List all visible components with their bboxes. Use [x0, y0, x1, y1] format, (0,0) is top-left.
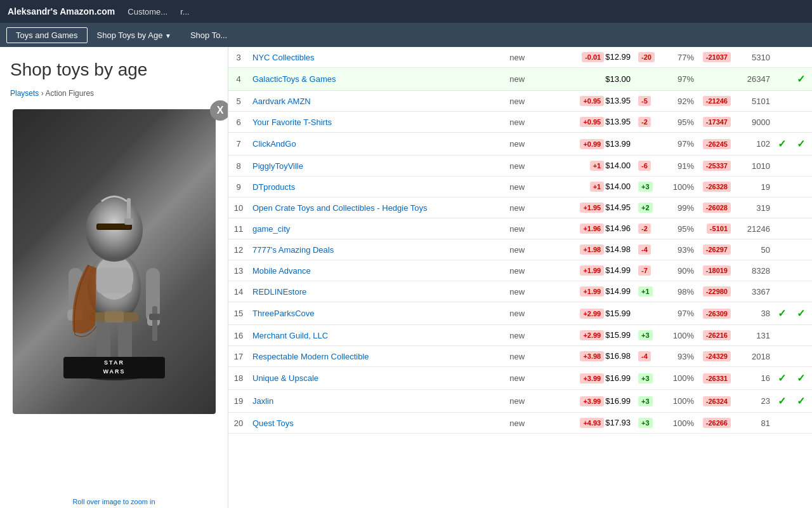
table-row: 18Unique & Upscalenew+3.99$16.99+3100%-2…: [228, 367, 812, 390]
seller-link[interactable]: Unique & Upscale: [252, 373, 318, 383]
seller-link[interactable]: game_city: [252, 224, 290, 234]
rating-badge: -4: [638, 244, 651, 255]
check2-icon: ✓: [797, 373, 805, 384]
rank-cell: 6: [228, 112, 249, 133]
check2-cell: ✓: [793, 68, 812, 91]
seller-link[interactable]: NYC Collectibles: [252, 53, 315, 62]
seller-link[interactable]: REDLINEstore: [252, 287, 306, 297]
number1-cell: -26028: [698, 197, 736, 218]
close-button[interactable]: X: [210, 100, 228, 121]
seller-link[interactable]: Jaxlin: [252, 396, 273, 406]
price-value: $13.00: [605, 74, 631, 84]
check1-cell: [774, 177, 793, 197]
check1-icon: ✓: [778, 138, 786, 149]
check1-cell: [774, 346, 793, 367]
check1-cell: ✓: [774, 133, 793, 156]
table-row: 13Mobile Advancenew+1.99$14.99-790%-1801…: [228, 260, 812, 281]
table-row: 11game_citynew+1.96$14.96-295%-510121246: [228, 218, 812, 239]
check2-cell: ✓: [793, 302, 812, 325]
cat-nav-shop-to[interactable]: Shop To...: [181, 27, 237, 43]
price-value: $14.00: [605, 182, 631, 191]
nav-link-customer[interactable]: Custome...: [128, 7, 167, 17]
seller-link[interactable]: Mobile Advance: [252, 266, 311, 276]
number1-cell: -25337: [698, 156, 736, 177]
seller-link[interactable]: Respectable Modern Collectible: [252, 352, 369, 361]
rating-badge-cell: +3: [634, 367, 660, 390]
seller-link[interactable]: 7777's Amazing Deals: [252, 245, 334, 255]
rating-badge-cell: -7: [634, 260, 660, 281]
product-image[interactable]: STAR WARS: [13, 109, 216, 414]
price-value: $16.99: [605, 396, 631, 406]
seller-link[interactable]: ClickAndGo: [252, 139, 296, 149]
seller-link[interactable]: Open Crate Toys and Collectibles - Hedgi…: [252, 203, 428, 213]
number1-cell: -21037: [698, 47, 736, 68]
number1-cell: [698, 68, 736, 91]
price-value: $14.99: [605, 265, 631, 275]
rank-cell: 18: [228, 367, 249, 390]
rating-badge: -6: [638, 161, 651, 171]
price-badge: +1: [590, 182, 605, 192]
rating-badge: -7: [638, 265, 651, 276]
price-cell: +2.99$15.99: [544, 325, 634, 346]
seller-link[interactable]: GalacticToys & Games: [252, 74, 336, 84]
seller-link[interactable]: Quest Toys: [252, 418, 294, 428]
price-cell: +0.99$13.99: [544, 133, 634, 156]
number2-cell: 2018: [736, 346, 774, 367]
rating-badge-cell: [634, 68, 660, 91]
check1-cell: [774, 325, 793, 346]
rating-pct-cell: 90%: [660, 260, 698, 281]
nav-link-extra[interactable]: r...: [180, 7, 189, 17]
seller-link[interactable]: ThreeParksCove: [252, 309, 315, 318]
number1-badge: -26324: [703, 396, 731, 406]
check1-icon: ✓: [778, 308, 786, 319]
check2-cell: [793, 346, 812, 367]
number2-cell: 131: [736, 325, 774, 346]
seller-link[interactable]: Merchant Guild, LLC: [252, 331, 328, 340]
seller-link[interactable]: Your Favorite T-Shirts: [252, 117, 332, 127]
rank-cell: 12: [228, 239, 249, 260]
check1-cell: [774, 197, 793, 218]
seller-link[interactable]: Aardvark AMZN: [252, 97, 311, 106]
price-value: $14.95: [605, 203, 631, 212]
number2-cell: 102: [736, 133, 774, 156]
cat-nav-toys-games[interactable]: Toys and Games: [6, 27, 88, 43]
number1-badge: -22980: [703, 286, 731, 297]
sidebar: Shop toys by age Playsets › Action Figur…: [0, 47, 228, 508]
price-value: $17.93: [605, 418, 631, 427]
number1-badge: -21246: [703, 96, 731, 106]
rank-cell: 15: [228, 302, 249, 325]
rating-pct-cell: 100%: [660, 325, 698, 346]
number2-cell: 21246: [736, 218, 774, 239]
price-badge: +1.95: [580, 203, 604, 213]
check2-cell: ✓: [793, 133, 812, 156]
breadcrumb-playsets[interactable]: Playsets: [10, 89, 39, 98]
rating-badge-cell: -4: [634, 239, 660, 260]
table-row: 4GalacticToys & Gamesnew$13.0097%26347✓: [228, 68, 812, 91]
price-cell: +1.99$14.99: [544, 281, 634, 302]
check1-cell: [774, 68, 793, 91]
seller-cell: REDLINEstore: [249, 281, 506, 302]
seller-cell: GalacticToys & Games: [249, 68, 506, 91]
rating-badge: +3: [638, 330, 653, 340]
svg-rect-10: [105, 311, 124, 323]
seller-link[interactable]: DTproducts: [252, 182, 295, 192]
number1-cell: -26309: [698, 302, 736, 325]
seller-link[interactable]: PigglyToyVille: [252, 161, 303, 171]
rank-cell: 20: [228, 413, 249, 434]
check2-cell: [793, 112, 812, 133]
rating-badge: +2: [638, 203, 653, 213]
number2-cell: 319: [736, 197, 774, 218]
table-row: 6Your Favorite T-Shirtsnew+0.95$13.95-29…: [228, 112, 812, 133]
check2-cell: [793, 156, 812, 177]
check1-cell: [774, 239, 793, 260]
number1-badge: -21037: [703, 52, 731, 62]
price-cell: +3.99$16.99: [544, 367, 634, 390]
rating-pct-cell: 93%: [660, 346, 698, 367]
check1-icon: ✓: [778, 396, 786, 406]
number1-badge: -26309: [703, 309, 731, 319]
check2-cell: [793, 281, 812, 302]
check2-cell: [793, 239, 812, 260]
cat-nav-shop-by-age[interactable]: Shop Toys by Age: [88, 27, 181, 43]
check1-cell: [774, 47, 793, 68]
seller-cell: Quest Toys: [249, 413, 506, 434]
